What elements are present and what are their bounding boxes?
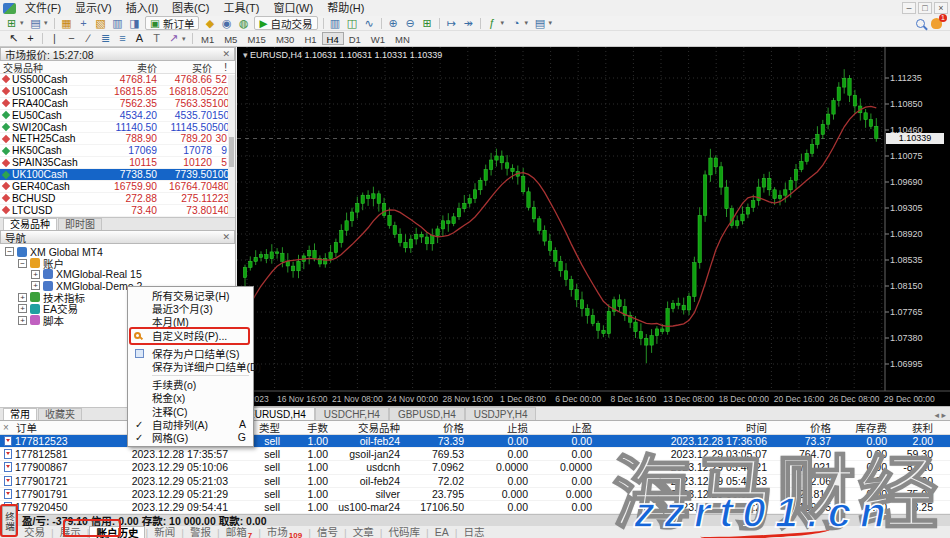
label-icon[interactable]: T xyxy=(148,32,165,45)
metaeditor-icon[interactable]: ◆ xyxy=(201,17,218,30)
autotrade-button[interactable]: ▶自动交易 xyxy=(254,16,317,30)
timeframe-H1[interactable]: H1 xyxy=(299,32,321,45)
market-watch-tab-1[interactable]: 即时图 xyxy=(58,218,102,230)
terminal-col-7[interactable]: 止盈 xyxy=(534,420,598,435)
menu-item-0[interactable]: 文件(F) xyxy=(18,0,68,16)
terminal-col-9[interactable]: 价格 xyxy=(773,420,837,435)
market-watch-close-icon[interactable]: ✕ xyxy=(222,49,230,59)
terminal-toggle-icon[interactable]: ▥ xyxy=(109,17,126,30)
notifications-icon[interactable]: 1 xyxy=(931,18,942,29)
arrows-icon[interactable]: ↗ xyxy=(165,32,182,45)
market-watch-row[interactable]: UK100Cash7738.507739.50100 xyxy=(0,169,235,181)
tree-expander-icon[interactable]: + xyxy=(18,304,27,313)
market-watch-row[interactable]: SWI20Cash11140.5011145.50500 xyxy=(0,122,235,134)
profiles-icon-caret[interactable]: ▾ xyxy=(44,19,51,27)
restore-button[interactable]: □ xyxy=(918,2,932,14)
menu-item-5[interactable]: 窗口(W) xyxy=(266,0,320,16)
terminal-tab-4[interactable]: 警报 xyxy=(184,526,217,538)
channel-icon[interactable]: ≡ xyxy=(114,32,131,45)
menu-item-3[interactable]: 图表(C) xyxy=(165,0,216,16)
terminal-tab-7[interactable]: 信号 xyxy=(311,526,344,538)
navigator-tab-1[interactable]: 收藏夹 xyxy=(38,408,82,420)
community-icon[interactable]: ◉ xyxy=(218,17,235,30)
chart-tab-2[interactable]: GBPUSD,H4 xyxy=(389,407,465,420)
minimize-button[interactable]: – xyxy=(902,2,916,14)
context-menu-item[interactable]: ✓自动排列(A)A xyxy=(128,418,253,431)
chart-tab-1[interactable]: USDCHF,H4 xyxy=(315,407,389,420)
context-menu-item[interactable]: 自定义时段(P)... xyxy=(128,329,253,342)
terminal-tab-9[interactable]: 代码库 xyxy=(382,526,426,538)
cursor-icon[interactable]: ↖ xyxy=(5,32,22,45)
tree-expander-icon[interactable]: + xyxy=(18,293,27,302)
terminal-col-0[interactable]: 订单 xyxy=(12,420,84,435)
history-row[interactable]: 1779204502023.12.29 09:54:41sell1.00us10… xyxy=(0,501,950,514)
market-watch-col-1[interactable]: 卖价 xyxy=(102,60,157,75)
new-order-button[interactable]: ▣新订单 xyxy=(145,16,199,30)
terminal-tab-3[interactable]: 新闻 xyxy=(148,526,181,538)
terminal-col-5[interactable]: 价格 xyxy=(406,420,470,435)
navigator-close-icon[interactable]: ✕ xyxy=(222,232,230,242)
auto-scroll-icon[interactable]: ↦ xyxy=(443,17,460,30)
terminal-col-3[interactable]: 手数 xyxy=(286,420,334,435)
tile-windows-icon[interactable]: ⊞ xyxy=(419,17,436,30)
market-watch-row[interactable]: FRA40Cash7562.357563.35100 xyxy=(0,98,235,110)
navigator-item[interactable]: −XM Global MT4 xyxy=(0,246,235,257)
menu-item-6[interactable]: 帮助(H) xyxy=(320,0,371,16)
text-icon[interactable]: A xyxy=(131,32,148,45)
terminal-tab-8[interactable]: 文章 xyxy=(347,526,380,538)
new-chart-icon-caret[interactable]: ▾ xyxy=(20,19,27,27)
market-watch-toggle-icon[interactable]: ▦ xyxy=(58,17,75,30)
context-menu-item[interactable]: 保存为户口结单(S) xyxy=(128,347,253,360)
zoom-in-icon[interactable]: ⊕ xyxy=(385,17,402,30)
search-icon[interactable] xyxy=(916,19,925,28)
indicators-icon-caret[interactable]: ▾ xyxy=(501,19,508,27)
trendline-icon[interactable]: ∕ xyxy=(80,32,97,45)
navigator-tab-0[interactable]: 常用 xyxy=(3,408,37,420)
timeframe-MN[interactable]: MN xyxy=(390,32,415,45)
history-row[interactable]: 1779017212023.12.29 05:21:03sell1.00oil-… xyxy=(0,475,950,488)
zoom-out-icon[interactable]: ⊖ xyxy=(402,17,419,30)
timeframe-M5[interactable]: M5 xyxy=(219,32,242,45)
timeframe-M30[interactable]: M30 xyxy=(271,32,299,45)
menu-item-1[interactable]: 显示(V) xyxy=(68,0,119,16)
context-menu-item[interactable]: 税金(x) xyxy=(128,391,253,404)
context-menu-item[interactable]: 所有交易记录(H) xyxy=(128,289,253,302)
terminal-tab-0[interactable]: 交易 xyxy=(18,526,51,538)
terminal-tab-11[interactable]: 日志 xyxy=(457,526,490,538)
web-icon[interactable]: ◍ xyxy=(235,17,252,30)
navigator-toggle-icon[interactable]: ▧ xyxy=(92,17,109,30)
close-button[interactable]: × xyxy=(934,2,948,14)
chart-tabs-scroll-right-icon[interactable]: ▸ xyxy=(941,410,946,420)
timeframe-D1[interactable]: D1 xyxy=(344,32,366,45)
history-row[interactable]: 1778125812023.12.28 17:35:57sell1.00gsoi… xyxy=(0,448,950,461)
market-watch-col-0[interactable]: 交易品种 xyxy=(0,60,102,75)
candlestick-chart[interactable] xyxy=(237,47,950,392)
timeframe-M1[interactable]: M1 xyxy=(196,32,219,45)
tree-expander-icon[interactable]: + xyxy=(31,270,40,279)
terminal-col-10[interactable]: 库存费 xyxy=(837,420,893,435)
line-chart-icon[interactable]: ∿ xyxy=(361,17,378,30)
navigator-item[interactable]: +XMGlobal-Real 15 xyxy=(0,269,235,280)
terminal-tab-6[interactable]: 市场109 xyxy=(261,526,308,538)
tree-expander-icon[interactable]: − xyxy=(18,259,27,268)
tree-expander-icon[interactable]: − xyxy=(5,247,14,256)
market-watch-row[interactable]: GER40Cash16759.9016764.70480 xyxy=(0,181,235,193)
profiles-icon[interactable]: ▤ xyxy=(27,17,44,30)
market-watch-scrollbar[interactable] xyxy=(228,75,235,217)
market-watch-row[interactable]: NETH25Cash788.90789.2030 xyxy=(0,133,235,145)
fibonacci-icon[interactable]: ≣ xyxy=(97,32,114,45)
market-watch-col-3[interactable]: ! xyxy=(212,62,229,73)
new-chart-icon[interactable]: ⊞ xyxy=(3,17,20,30)
tree-expander-icon[interactable]: + xyxy=(18,316,27,325)
bar-chart-icon[interactable]: ▥ xyxy=(327,17,344,30)
timeframe-M15[interactable]: M15 xyxy=(242,32,270,45)
periods-icon-caret[interactable]: ▾ xyxy=(525,19,532,27)
chart-tab-3[interactable]: USDJPY,H4 xyxy=(465,407,537,420)
chart-window[interactable]: ▾ EURUSD,H4 1.10631 1.10631 1.10331 1.10… xyxy=(237,47,950,406)
navigator-item[interactable]: −账户 xyxy=(0,257,235,268)
market-watch-row[interactable]: HK50Cash17069170789 xyxy=(0,145,235,157)
context-menu-item[interactable]: ✓网格(G)G xyxy=(128,431,253,444)
templates-icon-caret[interactable]: ▾ xyxy=(549,19,556,27)
market-watch-row[interactable]: US100Cash16815.8516818.05220 xyxy=(0,86,235,98)
terminal-tab-5[interactable]: 邮箱7 xyxy=(220,526,258,538)
